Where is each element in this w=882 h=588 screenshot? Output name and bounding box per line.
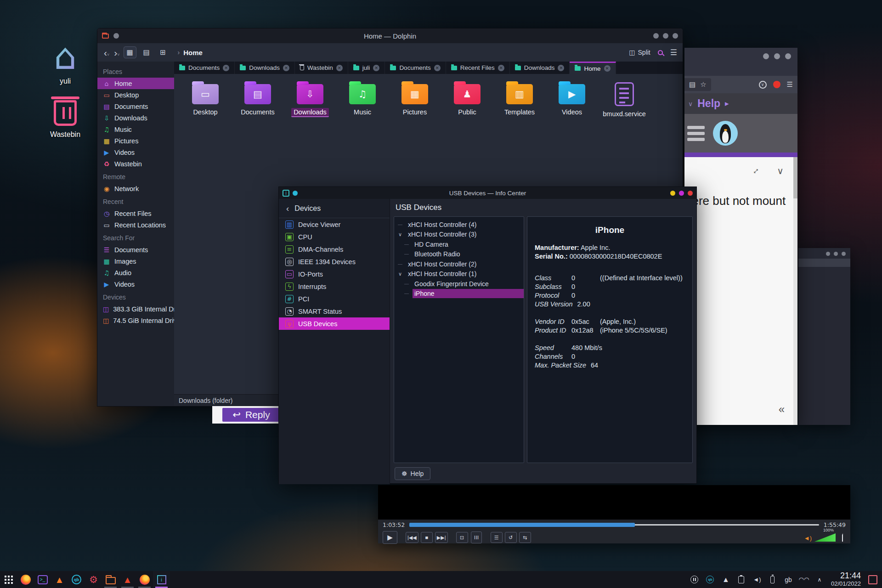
infocenter-item-dma-channels[interactable]: ≡DMA-Channels (279, 243, 390, 255)
tree-node-hd-camera[interactable]: HD Camera (394, 239, 524, 249)
firefox-titlebar[interactable] (684, 48, 797, 76)
tray-vlc-tray[interactable]: ▲ (719, 571, 733, 588)
desktop-icon-wastebin[interactable]: Wastebin (38, 97, 93, 139)
stop-button[interactable]: ■ (421, 532, 433, 543)
sidebar-item-network[interactable]: ◉Network (97, 183, 174, 194)
launcher-settings[interactable]: ⚙ (85, 571, 102, 588)
tray-battery[interactable] (766, 571, 780, 588)
split-button[interactable]: ◫ Split (629, 49, 650, 56)
seek-bar[interactable] (409, 524, 819, 526)
folder-item-documents[interactable]: ▤Documents (235, 80, 281, 118)
hamburger-menu-icon[interactable]: ☰ (670, 48, 677, 57)
infocenter-item-pci[interactable]: #PCI (279, 293, 390, 305)
sidebar-item-wastebin[interactable]: ♻Wastebin (97, 158, 174, 170)
launcher-firefox[interactable] (17, 571, 34, 588)
sidebar-item-videos[interactable]: ▶Videos (97, 147, 174, 158)
pocket-icon[interactable]: ∨ (759, 81, 767, 89)
tree-node-xhci-host-controller-1[interactable]: ∨xHCI Host Controller (1) (394, 269, 524, 279)
tab-close-icon[interactable]: ✕ (558, 65, 564, 71)
sidebar-item-documents[interactable]: ☰Documents (97, 244, 174, 255)
bookmark-star-icon[interactable]: ☆ (700, 80, 706, 89)
sidebar-item-images[interactable]: ▦Images (97, 255, 174, 267)
folder-item-music[interactable]: ♫Music (339, 80, 385, 118)
infocenter-item-io-ports[interactable]: ▭IO-Ports (279, 268, 390, 280)
folder-item-videos[interactable]: ▶Videos (549, 80, 595, 118)
tray-network-wifi[interactable]: ◠◠ (797, 571, 811, 588)
sidebar-item-74-5-gib-internal-driv[interactable]: ◫74.5 GiB Internal Driv… (97, 315, 174, 326)
infocenter-item-cpu[interactable]: ▣CPU (279, 231, 390, 243)
tree-node-xhci-host-controller-4[interactable]: xHCI Host Controller (4) (394, 220, 524, 230)
playlist-button[interactable]: ☰ (491, 532, 503, 543)
tab-close-icon[interactable]: ✕ (434, 65, 441, 71)
expand-icon[interactable]: ↕ (751, 165, 762, 176)
breadcrumb[interactable]: Home (183, 49, 203, 57)
task-firefox-task[interactable] (136, 571, 153, 588)
tab-wastebin[interactable]: Wastebin✕ (295, 62, 348, 74)
chevron-down-icon[interactable]: ∨ (688, 100, 693, 107)
sidebar-item-audio[interactable]: ♫Audio (97, 267, 174, 278)
search-icon[interactable] (658, 50, 663, 55)
close-button[interactable] (688, 191, 693, 196)
sidebar-item-music[interactable]: ♫Music (97, 124, 174, 135)
menu-icon[interactable]: ☰ (787, 80, 793, 89)
infocenter-item-interrupts[interactable]: ϟInterrupts (279, 280, 390, 293)
tab-close-icon[interactable]: ✕ (373, 65, 379, 71)
task-infocenter[interactable]: i (153, 571, 170, 588)
expander-icon[interactable]: ∨ (394, 271, 406, 277)
tab-close-icon[interactable]: ✕ (223, 65, 229, 71)
clock[interactable]: 21:44 02/01/2022 (831, 571, 861, 587)
reader-icon[interactable]: ▤ (689, 80, 695, 89)
window-button[interactable] (763, 53, 769, 59)
tab-close-icon[interactable]: ✕ (604, 65, 611, 72)
window-button[interactable] (785, 53, 791, 59)
folder-item-desktop[interactable]: ▭Desktop (182, 80, 228, 118)
help-button[interactable]: ☸ Help (395, 467, 430, 480)
help-link[interactable]: Help (697, 97, 720, 110)
tree-node-xhci-host-controller-2[interactable]: xHCI Host Controller (2) (394, 259, 524, 269)
details-view-button[interactable]: ▤ (140, 46, 153, 58)
equalizer-button[interactable]: ☰ (471, 531, 482, 543)
collapse-chevron-icon[interactable]: ∨ (777, 165, 784, 176)
tab-documents[interactable]: Documents✕ (385, 62, 446, 74)
folder-item-bmuxd-service[interactable]: bmuxd.service (601, 80, 647, 118)
tree-node-xhci-host-controller-3[interactable]: ∨xHCI Host Controller (3) (394, 230, 524, 240)
sidebar-item-recent-files[interactable]: ◷Recent Files (97, 208, 174, 219)
sidebar-item-recent-locations[interactable]: ▭Recent Locations (97, 219, 174, 231)
infocenter-titlebar[interactable]: i USB Devices — Info Center (279, 187, 696, 199)
play-button[interactable]: ▶ (383, 531, 397, 544)
tray-keyboard-layout[interactable]: gb (781, 571, 795, 588)
tray-clipboard[interactable] (735, 571, 748, 588)
launcher-qbittorrent[interactable]: qb (68, 571, 85, 588)
sidebar-item-pictures[interactable]: ▦Pictures (97, 135, 174, 147)
tab-close-icon[interactable]: ✕ (498, 65, 504, 71)
task-dolphin[interactable] (102, 571, 119, 588)
tray-qbittorrent-tray[interactable]: qb (703, 571, 717, 588)
tab-recent-files[interactable]: Recent Files✕ (446, 62, 510, 74)
expander-icon[interactable]: ∨ (394, 232, 406, 237)
tray-media-pause[interactable] (688, 571, 701, 588)
sidebar-item-downloads[interactable]: ⇩Downloads (97, 112, 174, 124)
tab-downloads[interactable]: Downloads✕ (510, 62, 570, 74)
minimize-button[interactable] (670, 191, 675, 196)
task-vlc-task[interactable]: ▲ (119, 571, 136, 588)
scrollbar[interactable] (793, 157, 797, 425)
infocenter-item-ieee-1394-devices[interactable]: ◎IEEE 1394 Devices (279, 255, 390, 268)
video-area[interactable] (378, 485, 850, 520)
window-button[interactable] (663, 33, 668, 39)
infocenter-item-smart-status[interactable]: ◔SMART Status (279, 305, 390, 317)
previous-button[interactable]: |◀◀ (406, 532, 418, 543)
tree-view-button[interactable]: ⊞ (157, 46, 170, 58)
volume-control[interactable]: 100% ◄) (804, 533, 846, 542)
back-to-devices[interactable]: ‹ Devices (279, 199, 390, 218)
penguin-avatar[interactable] (713, 121, 738, 146)
folder-item-downloads[interactable]: ⇩Downloads (287, 80, 333, 118)
usb-device-tree[interactable]: xHCI Host Controller (4)∨xHCI Host Contr… (394, 216, 524, 463)
show-desktop-button[interactable] (868, 575, 877, 584)
sidebar-item-documents[interactable]: ▤Documents (97, 101, 174, 112)
tree-node-bluetooth-radio[interactable]: Bluetooth Radio (394, 249, 524, 260)
tab-close-icon[interactable]: ✕ (283, 65, 289, 71)
maximize-button[interactable] (679, 191, 684, 196)
tab-juli[interactable]: juli✕ (348, 62, 385, 74)
infocenter-item-device-viewer[interactable]: ▥Device Viewer (279, 218, 390, 231)
sidebar-item-home[interactable]: ⌂Home (97, 78, 174, 89)
